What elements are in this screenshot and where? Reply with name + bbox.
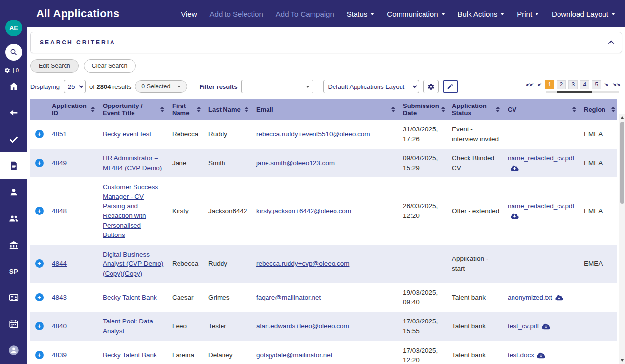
email-link[interactable]: kirsty.jackson+6442@oleeo.com	[256, 207, 351, 214]
expand-row-button[interactable]	[35, 130, 44, 138]
sidebar-item-home[interactable]	[0, 73, 27, 100]
sidebar-item-contacts[interactable]	[0, 205, 27, 232]
expand-row-button[interactable]	[35, 159, 44, 167]
opportunity-title-link[interactable]: Becky event test	[103, 130, 151, 138]
opportunity-title-link[interactable]: Becky Talent Bank	[103, 351, 157, 359]
download-cv-icon[interactable]	[511, 213, 519, 219]
nav-bulk-actions[interactable]: Bulk Actions	[458, 10, 505, 18]
opportunity-title-link[interactable]: Digital Business Analyst (CVP Demo) (Cop…	[103, 251, 163, 277]
application-id-link[interactable]: 4839	[52, 351, 67, 359]
pagination-prev[interactable]: <	[537, 81, 543, 88]
sidebar-item-back[interactable]	[0, 100, 27, 126]
column-header-opportunity-event-title[interactable]: Opportunity / Event Title	[99, 99, 168, 120]
pagination-page-1[interactable]: 1	[545, 80, 554, 89]
search-criteria-panel[interactable]: SEARCH CRITERIA	[30, 32, 622, 53]
cv-file-link[interactable]: test.docx	[508, 351, 534, 359]
opportunity-title-link[interactable]: Talent Pool: Data Analyst	[103, 318, 153, 335]
nav-status[interactable]: Status	[347, 10, 375, 18]
email-link[interactable]: faqare@mailinator.net	[256, 294, 321, 301]
sidebar-counter[interactable]: | 0	[0, 67, 27, 73]
download-cv-icon[interactable]	[555, 295, 563, 301]
column-header-first-name[interactable]: First Name	[168, 99, 204, 120]
pagination-page-4[interactable]: 4	[580, 80, 589, 89]
column-header-cv[interactable]: CV	[504, 99, 580, 120]
column-header-application-status[interactable]: Application Status	[448, 99, 504, 120]
nav-add-to-campaign[interactable]: Add To Campaign	[276, 10, 334, 18]
column-header-submission-date[interactable]: Submission Date	[399, 99, 448, 120]
pagination-first[interactable]: <<	[525, 81, 534, 88]
email-link[interactable]: alan.edwards+leeo@oleeo.com	[256, 322, 349, 330]
sidebar-item-cards[interactable]	[0, 284, 27, 311]
layout-settings-button[interactable]	[423, 80, 439, 93]
expand-row-button[interactable]	[35, 322, 44, 330]
user-avatar[interactable]: AE	[5, 20, 22, 36]
download-cv-icon[interactable]	[542, 323, 550, 330]
clear-search-button[interactable]: Clear Search	[84, 59, 136, 73]
nav-download-layout[interactable]: Download Layout	[552, 10, 615, 18]
application-id-link[interactable]: 4840	[52, 322, 67, 330]
pagination-page-2[interactable]: 2	[557, 80, 566, 89]
filter-dropdown-button[interactable]	[299, 80, 313, 93]
sidebar-item-candidates[interactable]	[0, 179, 27, 205]
nav-view[interactable]: View	[181, 10, 197, 18]
email-link[interactable]: jane.smith@oleeo123.com	[256, 159, 335, 167]
sort-arrows-icon[interactable]	[91, 107, 95, 112]
column-header-last-name[interactable]: Last Name	[204, 99, 252, 120]
nav-add-to-selection[interactable]: Add to Selection	[210, 10, 263, 18]
pagination-page-5[interactable]: 5	[592, 80, 601, 89]
sort-arrows-icon[interactable]	[391, 107, 395, 112]
email-link[interactable]: gotajydale@mailinator.net	[256, 351, 333, 359]
edit-layout-button[interactable]	[443, 80, 458, 93]
cv-file-link[interactable]: test_cv.pdf	[508, 322, 539, 330]
sort-arrows-icon[interactable]	[160, 107, 164, 112]
sort-arrows-icon[interactable]	[197, 107, 201, 112]
application-id-link[interactable]: 4843	[52, 294, 67, 301]
horizontal-scrollbar-thumb[interactable]	[557, 91, 592, 93]
column-header-application-id[interactable]: Application ID	[48, 99, 99, 120]
expand-row-button[interactable]	[35, 293, 44, 301]
nav-print[interactable]: Print	[517, 10, 539, 18]
sidebar-item-calendar[interactable]	[0, 311, 27, 337]
column-header-region[interactable]: Region	[580, 99, 617, 120]
pagination-page-3[interactable]: 3	[568, 80, 578, 89]
application-id-link[interactable]: 4851	[52, 130, 67, 138]
opportunity-title-link[interactable]: Becky Talent Bank	[103, 294, 157, 301]
opportunity-title-link[interactable]: HR Administrator – ML484 (CVP Demo)	[103, 154, 162, 171]
application-id-link[interactable]: 4849	[52, 159, 67, 167]
pagination-next[interactable]: >	[603, 81, 609, 88]
sort-arrows-icon[interactable]	[441, 107, 445, 112]
nav-communication[interactable]: Communication	[387, 10, 445, 18]
sidebar-item-history[interactable]	[0, 337, 27, 364]
vertical-scrollbar[interactable]	[619, 114, 625, 364]
cv-file-link[interactable]: name_redacted_cv.pdf	[508, 154, 574, 162]
edit-search-button[interactable]: Edit Search	[30, 59, 79, 73]
sidebar-item-tasks[interactable]	[0, 126, 27, 152]
expand-row-button[interactable]	[35, 351, 44, 359]
email-link[interactable]: rebecca.ruddy+cvp@oleeo.com	[256, 260, 349, 267]
email-link[interactable]: rebecca.ruddy+event5510@oleeo.com	[256, 130, 370, 138]
scroll-down-arrow-icon[interactable]	[621, 359, 624, 362]
download-cv-icon[interactable]	[537, 352, 545, 359]
selected-dropdown[interactable]: 0 Selected	[135, 80, 187, 93]
sidebar-search-button[interactable]	[5, 44, 22, 61]
collapse-chevron-icon[interactable]	[608, 40, 615, 46]
sort-arrows-icon[interactable]	[611, 107, 615, 112]
page-size-select[interactable]: 25	[64, 80, 86, 93]
horizontal-scrollbar[interactable]	[546, 91, 619, 93]
pagination-last[interactable]: >>	[612, 81, 621, 88]
sidebar-item-organisation[interactable]	[0, 232, 27, 258]
filter-input[interactable]	[241, 80, 299, 93]
expand-row-button[interactable]	[35, 259, 44, 268]
application-id-link[interactable]: 4844	[52, 260, 67, 267]
layout-select[interactable]: Default Applications Layout	[323, 80, 419, 93]
sort-arrows-icon[interactable]	[572, 107, 576, 112]
column-header-email[interactable]: Email	[252, 99, 399, 120]
cv-file-link[interactable]: anonymized.txt	[508, 294, 552, 301]
application-id-link[interactable]: 4848	[52, 207, 67, 214]
vertical-scrollbar-thumb[interactable]	[620, 122, 624, 204]
sort-arrows-icon[interactable]	[245, 107, 248, 112]
scroll-up-arrow-icon[interactable]	[621, 116, 624, 119]
download-cv-icon[interactable]	[511, 165, 519, 171]
sidebar-item-sp[interactable]: SP	[0, 258, 27, 284]
sort-arrows-icon[interactable]	[496, 107, 500, 112]
